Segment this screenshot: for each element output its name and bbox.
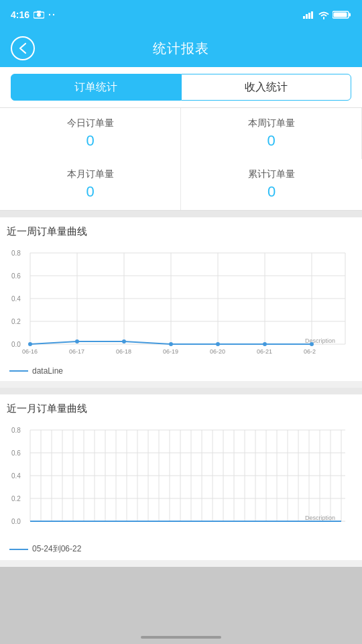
stat-week-value: 0	[267, 132, 275, 150]
month-legend-line	[9, 549, 28, 550]
week-chart-container: 0.8 0.6 0.4 0.2 0.0	[7, 244, 355, 364]
svg-point-36	[28, 342, 32, 346]
status-left: 4:16 ··	[11, 9, 56, 20]
week-chart-section: 近一周订单量曲线 0.8 0.6 0.4 0.2 0.0	[0, 217, 362, 381]
svg-text:06-19: 06-19	[163, 348, 178, 355]
svg-point-40	[216, 342, 220, 346]
month-chart-section: 近一月订单量曲线 0.8 0.6 0.4 0.2 0.0	[0, 394, 362, 560]
svg-text:0.2: 0.2	[11, 318, 21, 325]
svg-rect-3	[303, 16, 305, 19]
stat-today-value: 0	[86, 132, 94, 150]
svg-text:0.4: 0.4	[11, 472, 21, 480]
page-title: 统计报表	[153, 40, 209, 58]
week-chart-title: 近一周订单量曲线	[7, 225, 355, 238]
svg-point-0	[37, 13, 41, 17]
page-wrapper: 4:16 ··	[0, 0, 362, 644]
svg-text:06-21: 06-21	[257, 348, 272, 355]
svg-text:Description: Description	[305, 515, 335, 521]
svg-text:06-20: 06-20	[210, 348, 225, 355]
svg-rect-6	[311, 11, 313, 19]
back-button[interactable]	[11, 36, 35, 60]
svg-rect-4	[306, 14, 308, 19]
svg-point-38	[122, 339, 126, 343]
wifi-icon	[318, 11, 330, 19]
svg-text:0.6: 0.6	[11, 272, 21, 280]
svg-text:0.0: 0.0	[11, 518, 21, 525]
svg-rect-2	[37, 11, 41, 13]
svg-text:0.8: 0.8	[11, 427, 21, 434]
svg-text:06-17: 06-17	[69, 348, 84, 355]
svg-point-37	[75, 339, 79, 343]
section-divider-1	[0, 211, 362, 217]
stat-total-label: 累计订单量	[248, 168, 295, 180]
svg-text:Description: Description	[305, 337, 335, 344]
week-legend-line	[9, 370, 28, 372]
stat-total-orders: 累计订单量 0	[181, 159, 362, 210]
month-chart-legend: 05-24到06-22	[7, 543, 355, 555]
signal-icon	[303, 11, 315, 19]
status-bar: 4:16 ··	[0, 0, 362, 30]
svg-text:06-16: 06-16	[22, 348, 38, 355]
stat-month-label: 本月订单量	[67, 168, 114, 180]
tab-orders[interactable]: 订单统计	[11, 74, 181, 101]
status-dots: ··	[48, 9, 56, 20]
svg-rect-9	[334, 13, 347, 17]
svg-text:0.2: 0.2	[11, 495, 21, 502]
month-chart-svg: 0.8 0.6 0.4 0.2 0.0	[7, 421, 355, 538]
svg-text:0.6: 0.6	[11, 449, 21, 457]
week-chart-legend: dataLine	[7, 366, 355, 376]
svg-text:0.8: 0.8	[11, 250, 21, 257]
svg-text:0.0: 0.0	[11, 341, 21, 348]
month-legend-label: 05-24到06-22	[32, 543, 81, 555]
stat-week-label: 本周订单量	[248, 117, 295, 129]
svg-point-41	[263, 342, 267, 346]
home-indicator	[141, 636, 221, 639]
month-chart-container: 0.8 0.6 0.4 0.2 0.0	[7, 421, 355, 541]
status-right	[303, 10, 351, 19]
svg-rect-5	[308, 13, 310, 19]
stat-today-orders: 今日订单量 0	[0, 108, 181, 159]
app-header: 统计报表	[0, 30, 362, 67]
camera-icon	[34, 11, 44, 19]
svg-point-39	[169, 342, 173, 346]
svg-text:06-18: 06-18	[116, 348, 131, 355]
week-legend-label: dataLine	[32, 366, 63, 376]
bottom-area	[0, 567, 362, 644]
tab-income[interactable]: 收入统计	[181, 74, 351, 101]
stat-total-value: 0	[267, 183, 276, 201]
status-time: 4:16	[11, 9, 29, 20]
tab-bar: 订单统计 收入统计	[0, 67, 362, 108]
section-divider-2	[0, 388, 362, 394]
battery-icon	[333, 10, 351, 19]
stat-week-orders: 本周订单量 0	[181, 108, 362, 159]
svg-point-42	[310, 342, 314, 346]
stat-today-label: 今日订单量	[67, 117, 114, 129]
svg-text:0.4: 0.4	[11, 295, 21, 303]
month-chart-title: 近一月订单量曲线	[7, 402, 355, 415]
week-chart-svg: 0.8 0.6 0.4 0.2 0.0	[7, 244, 355, 361]
svg-rect-8	[349, 13, 351, 17]
stats-grid: 今日订单量 0 本周订单量 0 本月订单量 0 累计订单量 0	[0, 108, 362, 211]
stat-month-orders: 本月订单量 0	[0, 159, 181, 210]
stat-month-value: 0	[86, 183, 94, 201]
svg-text:06-2: 06-2	[304, 348, 316, 355]
